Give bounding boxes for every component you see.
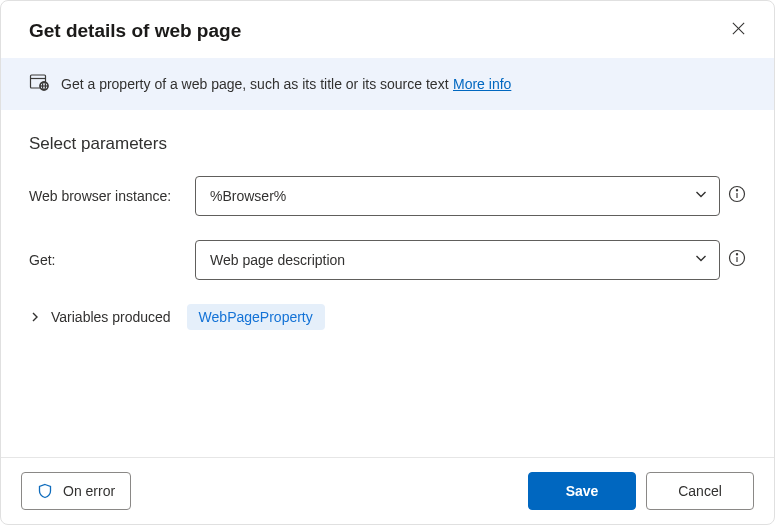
get-label: Get: [29, 252, 187, 268]
svg-point-13 [736, 254, 737, 255]
browser-info-button[interactable] [728, 185, 746, 207]
info-description: Get a property of a web page, such as it… [61, 76, 449, 92]
variables-row: Variables produced WebPageProperty [29, 304, 746, 330]
info-icon [728, 249, 746, 267]
dialog-container: Get details of web page Get a property o… [0, 0, 775, 525]
info-bar: Get a property of a web page, such as it… [1, 58, 774, 110]
close-button[interactable] [727, 17, 750, 44]
info-text: Get a property of a web page, such as it… [61, 75, 511, 93]
shield-icon [37, 483, 53, 499]
close-icon [731, 21, 746, 36]
chevron-right-icon [29, 311, 41, 323]
get-value: Web page description [210, 252, 345, 268]
browser-label: Web browser instance: [29, 188, 187, 204]
dialog-header: Get details of web page [1, 1, 774, 58]
dialog-footer: On error Save Cancel [1, 457, 774, 524]
dialog-title: Get details of web page [29, 20, 241, 42]
cancel-button[interactable]: Cancel [646, 472, 754, 510]
variable-chip[interactable]: WebPageProperty [187, 304, 325, 330]
field-row-browser: Web browser instance: %Browser% [29, 176, 746, 216]
more-info-link[interactable]: More info [453, 76, 511, 92]
save-button[interactable]: Save [528, 472, 636, 510]
webpage-icon [29, 72, 49, 96]
field-row-get: Get: Web page description [29, 240, 746, 280]
svg-point-10 [736, 190, 737, 191]
footer-actions: Save Cancel [528, 472, 754, 510]
get-select[interactable]: Web page description [195, 240, 720, 280]
dialog-body: Select parameters Web browser instance: … [1, 110, 774, 457]
browser-value: %Browser% [210, 188, 286, 204]
browser-select[interactable]: %Browser% [195, 176, 720, 216]
on-error-label: On error [63, 483, 115, 499]
variables-label: Variables produced [51, 309, 171, 325]
on-error-button[interactable]: On error [21, 472, 131, 510]
get-info-button[interactable] [728, 249, 746, 271]
section-title: Select parameters [29, 134, 746, 154]
info-icon [728, 185, 746, 203]
variables-expand-button[interactable] [29, 311, 41, 323]
